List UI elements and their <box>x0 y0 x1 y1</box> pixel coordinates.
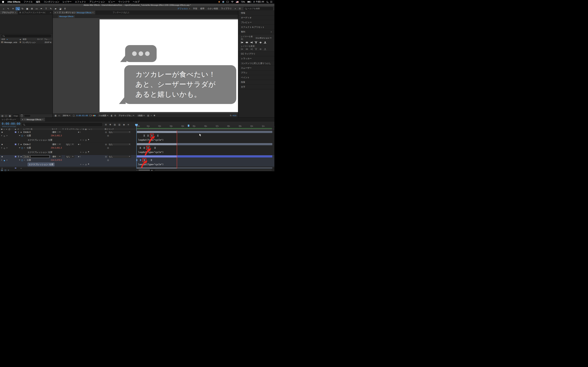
exposure-value[interactable]: +0.0 <box>232 115 236 117</box>
position-property-row[interactable]: ≈ 位置 214.3,478.6 ◎ <box>0 158 274 162</box>
record-dot-icon[interactable] <box>218 1 220 3</box>
align-target-dropdown[interactable]: コンポジション <box>254 37 272 39</box>
stopwatch-icon[interactable] <box>21 135 23 137</box>
keyframe-icon[interactable] <box>154 147 156 149</box>
panel-effects-presets[interactable]: エフェクト＆プリセット <box>238 25 274 30</box>
workspace-libraries[interactable]: ライブラリ <box>221 7 232 10</box>
motion-blur-icon[interactable]: ▥ <box>118 123 120 126</box>
expression-track[interactable]: loopOut(Type="cycle") <box>136 150 274 154</box>
channels-icon[interactable] <box>93 115 96 116</box>
menu-app-name[interactable]: After Effects <box>7 1 20 3</box>
layer-duration-bar[interactable] <box>137 131 272 133</box>
layer-name-edit-input[interactable]: Circle-1 <box>23 155 50 158</box>
panel-character[interactable]: 文字 <box>238 84 274 89</box>
collapse-icon[interactable]: ✱ <box>78 143 79 145</box>
workspace-standard[interactable]: 標準 <box>200 7 204 10</box>
panel-brushes[interactable]: ブラシ <box>238 70 274 75</box>
distribute-bottom-icon[interactable] <box>264 48 266 50</box>
column-size[interactable]: サイズ <box>37 38 43 41</box>
panel-paragraph[interactable]: 段落 <box>238 80 274 84</box>
parent-dropdown[interactable]: なし <box>108 131 131 133</box>
pen-tool-icon[interactable]: ✒ <box>39 7 43 10</box>
twirl-down-icon[interactable] <box>19 148 20 148</box>
zoom-in-mountain-icon[interactable]: ▲ <box>151 169 153 171</box>
label-color-chip[interactable] <box>20 42 21 43</box>
wifi-icon[interactable] <box>231 1 234 3</box>
tab-render-queue[interactable]: レンダーキュー <box>0 118 18 121</box>
layer-row[interactable]: ◉ 3 ★ Circle-1 通常 なし ✱ \ ◎ なし <box>0 155 274 158</box>
tab-footage[interactable]: フッテージ (なし) <box>111 11 131 14</box>
label-color-chip[interactable] <box>15 131 17 133</box>
position-property-row[interactable]: ≈ 位置 254.3,481.3 ◎ <box>0 146 274 150</box>
color-depth-button[interactable]: 8 bpc <box>13 115 19 117</box>
next-keyframe-icon[interactable] <box>7 159 8 161</box>
roi-icon[interactable]: ▢ <box>73 115 75 117</box>
transfer-controls-icon[interactable]: ◫ <box>4 169 6 171</box>
zoom-tool-icon[interactable]: ○ <box>16 7 20 10</box>
panel-tracker[interactable]: トラッカー <box>238 56 274 61</box>
puppet-tool-icon[interactable]: ⚲ <box>63 7 67 10</box>
expression-graph-icon[interactable]: ≈ <box>83 139 84 141</box>
keyframe-track[interactable] <box>136 133 274 138</box>
new-composition-icon[interactable]: ▦ <box>9 115 11 117</box>
tab-timeline-comp[interactable]: × Message Effects ≡ <box>20 118 45 121</box>
expression-enable-icon[interactable]: = <box>80 139 81 141</box>
align-bottom-icon[interactable] <box>264 42 266 43</box>
in-out-panes-icon[interactable]: ≡ <box>8 169 9 171</box>
hamburger-icon[interactable]: ≡ <box>92 12 94 13</box>
next-keyframe-icon[interactable] <box>7 147 8 149</box>
quality-icon[interactable]: \ <box>80 143 80 145</box>
twirl-down-icon[interactable] <box>19 135 20 136</box>
column-tag-icon[interactable]: ◆ <box>20 38 21 40</box>
magnification-grid-icon[interactable]: ▦ <box>55 115 57 117</box>
hamburger-icon[interactable]: ≡ <box>271 31 272 33</box>
brush-tool-icon[interactable]: ▰ <box>53 7 58 10</box>
menu-layer[interactable]: レイヤー <box>63 0 72 3</box>
hamburger-icon[interactable]: ≡ <box>189 8 190 10</box>
type-tool-icon[interactable]: T <box>44 7 48 10</box>
pixel-aspect-icon[interactable]: ▤ <box>147 115 149 117</box>
layer-row[interactable]: ◉ 2 ★ Circle-2 通常 なし ✱ \ ◎ なし <box>0 143 274 146</box>
layer-track[interactable] <box>136 143 274 146</box>
eraser-tool-icon[interactable]: ◪ <box>58 7 62 10</box>
screen-icon[interactable]: ▭ <box>58 115 60 117</box>
prev-keyframe-icon[interactable] <box>1 147 2 149</box>
work-area-bar[interactable] <box>137 128 272 130</box>
add-keyframe-icon[interactable] <box>4 135 5 137</box>
distribute-top-icon[interactable] <box>255 48 257 50</box>
keyframe-track[interactable] <box>136 146 274 150</box>
align-left-icon[interactable] <box>241 42 244 43</box>
mode-column[interactable]: モード <box>52 128 57 130</box>
workspace-grid-icon[interactable]: ⊞ <box>239 8 241 10</box>
pick-whip-icon[interactable]: ◎ <box>107 159 109 161</box>
expression-menu-icon[interactable] <box>88 151 89 153</box>
expression-enable-icon[interactable]: = <box>80 163 81 166</box>
eye-toggle-icon[interactable]: ◉ <box>1 156 3 158</box>
apple-menu-icon[interactable] <box>2 1 4 3</box>
distribute-h-center-icon[interactable] <box>245 48 248 50</box>
parent-dropdown[interactable]: なし <box>108 143 131 146</box>
timeline-search-input[interactable] <box>22 123 102 126</box>
preview-time[interactable]: 0:00:03:08 <box>76 115 88 117</box>
expression-graph-icon[interactable]: ≈ <box>83 151 84 153</box>
layout-dropdown[interactable]: 1画面 <box>137 114 146 117</box>
menu-effect[interactable]: エフェクト <box>75 0 86 3</box>
position-property-row[interactable]: ≈ 位置 294.3,481.3 ◎ <box>0 133 274 138</box>
distribute-left-icon[interactable] <box>241 48 244 50</box>
timeline-graph-icon[interactable]: ≈ <box>151 115 152 117</box>
expression-row[interactable]: エクスプレッション: 位置 = ≈ ◎ loopOut(Type="cycle"… <box>0 150 274 154</box>
eye-column-icon[interactable]: ◉ <box>1 128 2 130</box>
view-dropdown[interactable]: アクティブカ... <box>118 114 135 117</box>
track-matte-column[interactable]: トラックマット <box>65 128 78 130</box>
cube-3d-switch-icon[interactable]: □ <box>91 128 92 130</box>
collapse-icon[interactable]: ✱ <box>78 131 79 133</box>
mode-dropdown[interactable]: 通常 <box>51 131 61 133</box>
keyframe-icon[interactable] <box>144 135 145 136</box>
column-name[interactable]: 名前 <box>1 38 5 41</box>
color-orb-icon[interactable] <box>222 1 224 3</box>
label-column-icon[interactable]: ◆ <box>15 128 16 130</box>
expression-row[interactable]: エクスプレッション: 位置 = ≈ ◎ loopOut(Type="cycle"… <box>0 162 274 167</box>
zoom-dropdown[interactable]: 200 % <box>62 114 71 117</box>
project-search-input[interactable] <box>1 35 51 37</box>
t-column[interactable]: T <box>62 128 63 130</box>
